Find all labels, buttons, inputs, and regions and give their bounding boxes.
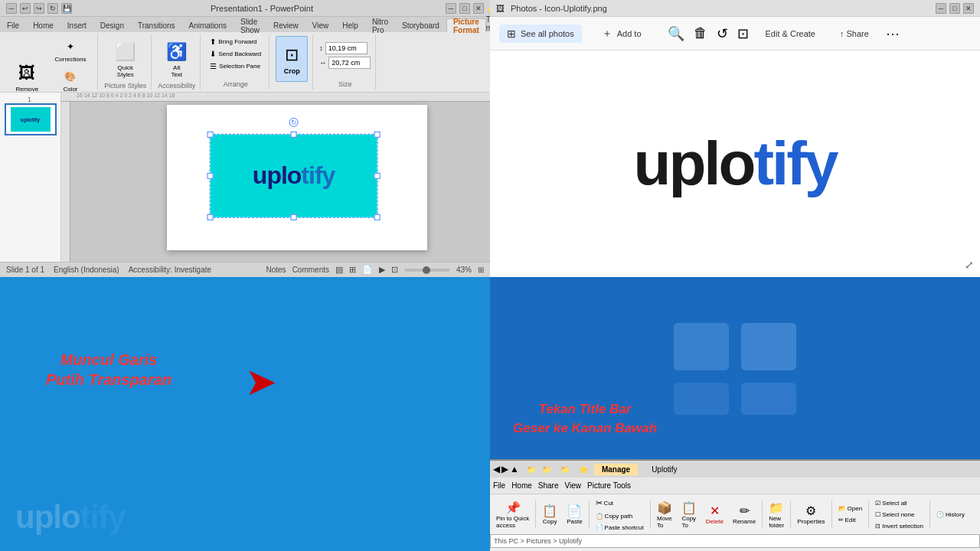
fe-tab-view[interactable]: View [565,481,582,490]
fit-page-btn[interactable]: ⊞ [478,266,484,274]
selection-pane-btn[interactable]: ☰ Selection Pane [207,60,264,72]
add-to-btn[interactable]: ＋ Add to [594,24,649,44]
bring-forward-btn[interactable]: ⬆ Bring Forward [207,36,264,47]
fe-tab-share[interactable]: Share [538,481,559,490]
tab-help[interactable]: Help [335,18,365,32]
handle-middle-left[interactable] [207,172,214,178]
view-presentation[interactable]: ▶ [379,265,385,275]
width-input[interactable] [328,57,371,69]
fe-invert-selection-btn[interactable]: ⊡ Invert selection [872,521,926,531]
tab-home[interactable]: Home [26,18,60,32]
view-slide-sorter[interactable]: ⊞ [349,265,356,275]
fe-move-btn[interactable]: 📦 MoveTo [654,499,675,530]
uplotify-tab[interactable]: Uplotify [644,464,684,475]
slide-canvas[interactable]: 16 14 12 10 8 6 4 2 0 2 4 6 8 10 12 14 1… [61,93,490,262]
handle-bottom-left[interactable] [207,214,214,220]
fe-paste-btn[interactable]: 📄 Paste [564,502,585,527]
quick-styles-btn[interactable]: ⬜ QuickStyles [110,36,141,82]
tab-nitro[interactable]: Nitro Pro [365,18,395,32]
selected-object[interactable]: uplotify ↻ [210,133,378,217]
tab-review[interactable]: Review [266,18,305,32]
tab-design[interactable]: Design [93,18,131,32]
fe-forward-btn[interactable]: ▶ [501,464,508,474]
height-input[interactable] [325,42,368,54]
rotate-handle[interactable]: ↻ [289,117,299,126]
notes-btn[interactable]: Notes [266,266,286,274]
rotate-btn[interactable]: ↺ [717,25,728,42]
fe-copy-btn[interactable]: 📋 Copy [539,502,560,527]
edit-create-btn[interactable]: Edit & Create [758,25,823,42]
slide-inner[interactable]: uplotify ↻ [167,105,427,250]
fe-edit-btn[interactable]: ✏ Edit [835,515,866,525]
accessibility-status[interactable]: Accessibility: Investigate [129,266,211,274]
titlebar-controls[interactable]: ─ ↩ ↪ ↻ 💾 [6,3,72,14]
manage-tab[interactable]: Manage [594,464,638,475]
photos-close[interactable]: ✕ [963,3,974,14]
alt-text-btn[interactable]: ♿ AltText [162,36,192,82]
fe-new-folder-btn[interactable]: 📁 Newfolder [766,499,787,530]
view-reading[interactable]: 📄 [362,265,373,275]
fe-open-btn[interactable]: 📂 Open [835,504,866,514]
fe-history-btn[interactable]: 🕐 History [933,510,968,520]
slide-thumbnail[interactable]: uplotify [5,103,57,135]
fe-properties-btn[interactable]: ⚙ Properties [794,502,828,527]
view-normal[interactable]: ▤ [335,265,343,275]
fe-tab-file[interactable]: File [493,481,505,490]
fe-copy-path-btn[interactable]: 📋 Copy path [593,511,647,521]
fe-pin-btn[interactable]: 📌 Pin to Quickaccess [493,499,532,530]
send-backward-btn[interactable]: ⬇ Send Backward [207,48,264,60]
slide-uplotify-text: uplotify [253,161,335,190]
handle-bottom-right[interactable] [374,214,381,220]
tab-file[interactable]: File [0,18,26,32]
handle-middle-right[interactable] [374,172,381,178]
forward-btn[interactable]: ↪ [34,3,44,14]
handle-top-middle[interactable] [291,131,297,137]
crop-btn[interactable]: ⊡ Crop [276,36,308,82]
expand-btn[interactable]: ⤢ [965,259,974,271]
fe-select-all-btn[interactable]: ☑ Select all [872,498,926,508]
zoom-in-btn[interactable]: 🔍 [668,25,684,42]
fe-addressbar[interactable]: This PC > Pictures > Uplotify [490,534,980,548]
fe-copy2-btn[interactable]: 📋 CopyTo [678,499,700,530]
fe-delete-btn[interactable]: ✕ Delete [703,502,727,527]
photos-minimize[interactable]: ─ [936,3,946,14]
back-btn[interactable]: ↩ [20,3,31,14]
crop-photos-btn[interactable]: ⊡ [737,25,749,42]
fe-paste-shortcut-btn[interactable]: 📄 Paste shortcut [593,523,647,533]
more-btn[interactable]: ⋯ [886,25,900,42]
fe-back-btn[interactable]: ◀ [493,464,500,474]
fe-up-btn[interactable]: ▲ [510,464,519,474]
win-maximize[interactable]: □ [459,3,470,14]
comments-btn[interactable]: Comments [292,266,329,274]
save-btn[interactable]: 💾 [61,3,72,14]
fe-select-none-btn[interactable]: ☐ Select none [872,510,926,520]
fe-tab-home[interactable]: Home [511,481,532,490]
handle-top-right[interactable] [374,131,381,137]
win-close[interactable]: ✕ [473,3,484,14]
win-minimize[interactable]: ─ [446,3,456,14]
tab-picture-format[interactable]: Picture Format [446,18,486,32]
photos-maximize[interactable]: □ [949,3,960,14]
corrections-btn[interactable]: ✦ Corrections [48,36,93,64]
tab-storyboard[interactable]: Storyboard [395,18,446,32]
delete-btn[interactable]: 🗑 [694,25,707,42]
minimize-btn[interactable]: ─ [6,3,17,14]
tab-slideshow[interactable]: Slide Show [234,18,266,32]
address-text: This PC > Pictures > Uplotify [494,537,582,545]
photos-share-btn[interactable]: ↑ Share [832,25,877,42]
fe-tab-picture-tools[interactable]: Picture Tools [587,481,631,490]
zoom-slider[interactable] [404,269,450,272]
fe-cut-btn[interactable]: ✂ Cut [593,497,647,510]
refresh-btn[interactable]: ↻ [47,3,58,14]
color-btn[interactable]: 🎨 Color [48,66,93,94]
fit-slide[interactable]: ⊡ [391,265,398,275]
fe-rename-btn[interactable]: ✏ Rename [730,502,759,527]
select-all-icon: ☑ [875,500,880,507]
handle-bottom-middle[interactable] [291,214,297,220]
tab-insert[interactable]: Insert [60,18,93,32]
tab-view[interactable]: View [305,18,336,32]
see-all-photos-btn[interactable]: ⊞ See all photos [499,24,582,43]
tab-animations[interactable]: Animations [182,18,234,32]
tab-transitions[interactable]: Transitions [131,18,182,32]
handle-top-left[interactable] [207,131,214,137]
